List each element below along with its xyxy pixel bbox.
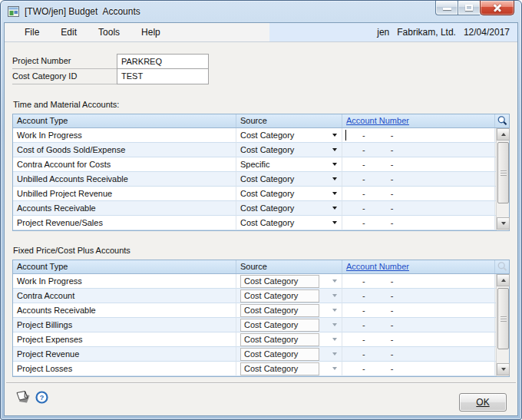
project-number-value: PARKREQ [117, 54, 209, 69]
account-number-cell: - - [342, 362, 495, 376]
scroll-down-icon [501, 222, 506, 225]
menu-tools[interactable]: Tools [88, 25, 130, 40]
ok-button[interactable]: OK [459, 393, 507, 412]
table-row: Work In ProgressCost Category- - [13, 274, 509, 289]
magnifier-icon [497, 261, 508, 273]
app-icon [8, 5, 20, 18]
close-button[interactable] [480, 1, 514, 15]
dropdown-arrow-icon [332, 163, 337, 166]
scroll-up-icon [501, 133, 506, 136]
account-number-cell[interactable]: - - [342, 187, 495, 201]
table-row: Accounts ReceivableCost Category- - [13, 201, 509, 216]
account-number-cell: - - [342, 347, 495, 362]
help-icon: ? [35, 391, 48, 404]
account-number-cell[interactable]: - - [342, 157, 495, 172]
account-type-cell: Accounts Receivable [13, 201, 236, 216]
table-row: Contra AccountCost Category- - [13, 289, 509, 303]
dropdown-arrow-icon [332, 338, 337, 341]
tm-accounts-table: Account Type Source Account Number Work … [12, 114, 510, 231]
dropdown-arrow-icon [332, 177, 337, 180]
account-number-cell: - - [342, 274, 495, 289]
fp-accounts-table: Account Type Source Account Number Work … [12, 260, 510, 377]
lookup-button-disabled [495, 260, 509, 273]
close-icon [481, 1, 514, 15]
table-row: Cost of Goods Sold/ExpenseCost Category-… [13, 143, 509, 157]
table-row: Unbilled Accounts ReceivableCost Categor… [13, 172, 509, 187]
source-dropdown-disabled: Cost Category [236, 274, 342, 289]
source-dropdown[interactable]: Cost Category [236, 128, 342, 143]
lookup-button[interactable] [495, 114, 509, 127]
scroll-down-button[interactable] [497, 217, 510, 230]
project-number-label: Project Number [12, 54, 117, 69]
tm-table-scrollbar[interactable] [496, 128, 509, 230]
scroll-up-button[interactable] [497, 274, 510, 286]
footer-divider [6, 382, 516, 384]
dropdown-arrow-icon [332, 294, 337, 297]
col-account-type: Account Type [13, 114, 236, 127]
scroll-down-button[interactable] [497, 363, 510, 375]
dropdown-arrow-icon [332, 134, 337, 137]
col-account-number-link[interactable]: Account Number [342, 114, 495, 127]
source-dropdown[interactable]: Cost Category [236, 187, 342, 201]
col-account-number-link[interactable]: Account Number [342, 260, 495, 273]
source-dropdown[interactable]: Cost Category [236, 143, 342, 157]
account-type-cell: Project Revenue [13, 347, 236, 362]
source-dropdown-disabled: Cost Category [236, 318, 342, 332]
source-dropdown-disabled: Cost Category [236, 303, 342, 318]
fp-section-title: Fixed Price/Cost Plus Accounts [13, 246, 130, 255]
account-number-cell[interactable]: - - [342, 216, 495, 230]
source-dropdown[interactable]: Cost Category [236, 201, 342, 216]
status-date: 12/04/2017 [464, 27, 510, 38]
source-dropdown[interactable]: Cost Category [236, 216, 342, 230]
account-type-cell: Unbilled Accounts Receivable [13, 172, 236, 187]
table-row: Work In ProgressCost Category- - [13, 128, 509, 143]
col-account-type: Account Type [13, 260, 236, 273]
account-number-cell[interactable]: - - [342, 201, 495, 216]
source-dropdown-disabled: Cost Category [236, 332, 342, 347]
help-button[interactable]: ? [35, 391, 48, 407]
account-number-cell: - - [342, 332, 495, 347]
account-type-cell: Work In Progress [13, 274, 236, 289]
source-dropdown[interactable]: Cost Category [236, 172, 342, 187]
table-row: Contra Account for CostsSpecific- - [13, 157, 509, 172]
status-user: jen [377, 27, 389, 38]
table-row: Project RevenueCost Category- - [13, 347, 509, 362]
note-icon [14, 388, 31, 405]
dropdown-arrow-icon [332, 367, 337, 370]
scroll-thumb[interactable] [497, 142, 509, 203]
note-button[interactable] [14, 388, 31, 408]
cost-category-id-value: TEST [117, 69, 209, 84]
fp-table-scrollbar[interactable] [496, 274, 509, 376]
restore-icon [465, 5, 473, 11]
menu-file[interactable]: File [14, 25, 50, 40]
col-source: Source [236, 114, 342, 127]
account-type-cell: Project Billings [13, 318, 236, 332]
account-type-cell: Project Expenses [13, 332, 236, 347]
source-dropdown-disabled: Cost Category [236, 289, 342, 303]
account-type-cell: Project Revenue/Sales [13, 216, 236, 230]
account-number-cell[interactable]: - - [342, 172, 495, 187]
account-type-cell: Cost of Goods Sold/Expense [13, 143, 236, 157]
app-window: [TWO/jen] Budget Accounts File Edit Tool… [0, 0, 522, 420]
account-type-cell: Accounts Receivable [13, 303, 236, 318]
svg-text:?: ? [40, 393, 45, 402]
title-bar: [TWO/jen] Budget Accounts [1, 1, 521, 22]
dropdown-arrow-icon [332, 352, 337, 356]
dropdown-arrow-icon [332, 192, 337, 195]
scroll-up-button[interactable] [497, 128, 510, 141]
menu-help[interactable]: Help [130, 25, 171, 40]
menu-edit[interactable]: Edit [50, 25, 88, 40]
table-row: Project Revenue/SalesCost Category- - [13, 216, 509, 230]
restore-button[interactable] [458, 1, 480, 15]
account-number-cell[interactable]: - - [342, 128, 495, 143]
dropdown-arrow-icon [332, 148, 337, 151]
minimize-button[interactable] [435, 1, 458, 15]
scroll-thumb[interactable] [497, 288, 509, 349]
dropdown-arrow-icon [332, 279, 337, 283]
account-number-cell[interactable]: - - [342, 143, 495, 157]
minimize-icon [443, 8, 451, 10]
source-dropdown[interactable]: Specific [236, 157, 342, 172]
account-type-cell: Project Losses [13, 362, 236, 376]
table-row: Project LossesCost Category- - [13, 362, 509, 376]
scroll-down-icon [501, 368, 506, 371]
